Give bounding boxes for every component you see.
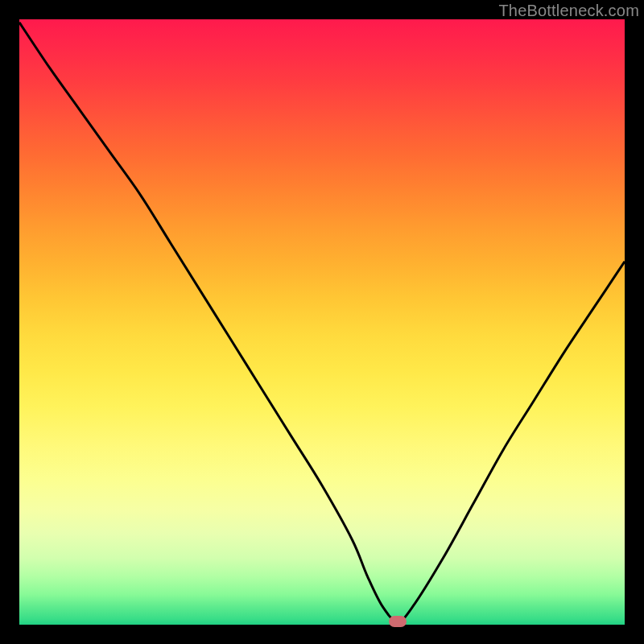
plot-area <box>19 19 625 625</box>
watermark-text: TheBottleneck.com <box>498 2 639 20</box>
optimal-point-marker <box>389 616 407 627</box>
chart-container: TheBottleneck.com <box>0 0 644 644</box>
bottleneck-curve <box>19 19 625 625</box>
